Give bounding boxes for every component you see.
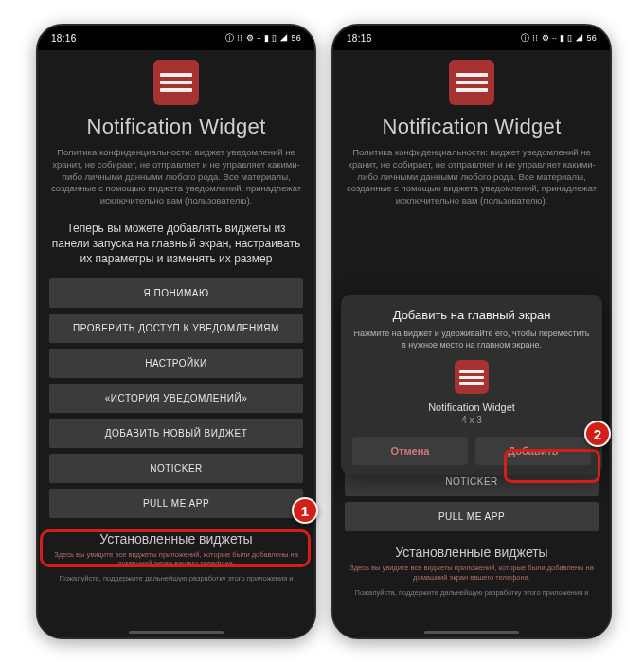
understand-button[interactable]: Я ПОНИМАЮ [49, 278, 303, 308]
home-indicator[interactable] [129, 631, 224, 634]
home-indicator[interactable] [424, 631, 519, 634]
status-time: 18:16 [51, 33, 77, 44]
app-list-icon [449, 60, 494, 105]
dialog-add-button[interactable]: Добавить [475, 437, 591, 465]
dialog-widget-name: Notification Widget [428, 402, 515, 413]
dialog-widget-size: 4 x 3 [461, 415, 482, 425]
app-title: Notification Widget [86, 115, 265, 139]
phone-right: 18:16 ⓘ ⁝⁝ ⚙ ∙∙ ▮ ▯ ◢ 56 Notification Wi… [331, 24, 612, 639]
add-new-widget-button[interactable]: ДОБАВИТЬ НОВЫЙ ВИДЖЕТ [49, 419, 303, 448]
installed-widgets-title: Установленные виджеты [99, 531, 252, 547]
add-widget-dialog: Добавить на главный экран Нажмите на вид… [341, 295, 602, 475]
privacy-policy-text: Политика конфиденциальности: виджет увед… [345, 147, 599, 207]
noticker-button[interactable]: NOTICKER [49, 454, 303, 483]
installed-widgets-title: Установленные виджеты [395, 545, 547, 560]
widget-hint-text: Теперь вы можете добавлять виджеты из па… [49, 221, 303, 267]
step-badge-1: 1 [292, 497, 318, 524]
widget-preview-icon[interactable] [455, 360, 489, 394]
step-badge-2: 2 [584, 421, 611, 447]
status-bar: 18:16 ⓘ ⁝⁝ ⚙ ∙∙ ▮ ▯ ◢ 56 [333, 26, 610, 50]
installed-widgets-note: Здесь вы увидите все виджеты приложений,… [49, 550, 303, 569]
history-button[interactable]: «ИСТОРИЯ УВЕДОМЛЕНИЙ» [49, 384, 303, 413]
privacy-policy-text: Политика конфиденциальности: виджет увед… [49, 147, 303, 207]
app-list-icon [153, 60, 199, 105]
dialog-actions: Отмена Добавить [352, 437, 591, 465]
support-note: Пожалуйста, поддержите дальнейшую разраб… [354, 588, 588, 597]
pull-me-app-button[interactable]: PULL ME APP [345, 502, 599, 531]
support-note: Пожалуйста, поддержите дальнейшую разраб… [59, 574, 293, 582]
app-title: Notification Widget [382, 115, 561, 139]
dialog-title: Добавить на главный экран [393, 308, 551, 322]
pull-me-app-button[interactable]: PULL ME APP [49, 489, 303, 518]
screen-right: Notification Widget Политика конфиденциа… [333, 50, 610, 637]
status-bar: 18:16 ⓘ ⁝⁝ ⚙ ∙∙ ▮ ▯ ◢ 56 [38, 26, 314, 50]
check-access-button[interactable]: ПРОВЕРИТЬ ДОСТУП К УВЕДОМЛЕНИЯМ [49, 314, 303, 343]
dialog-cancel-button[interactable]: Отмена [352, 437, 468, 465]
installed-widgets-note: Здесь вы увидите все виджеты приложений,… [345, 564, 599, 582]
phone-left: 18:16 ⓘ ⁝⁝ ⚙ ∙∙ ▮ ▯ ◢ 56 Notification Wi… [36, 24, 316, 639]
dialog-subtitle: Нажмите на виджет и удерживайте его, что… [352, 328, 591, 350]
status-indicators: ⓘ ⁝⁝ ⚙ ∙∙ ▮ ▯ ◢ 56 [521, 32, 597, 45]
status-time: 18:16 [347, 33, 372, 44]
settings-button[interactable]: НАСТРОЙКИ [49, 349, 303, 378]
status-indicators: ⓘ ⁝⁝ ⚙ ∙∙ ▮ ▯ ◢ 56 [225, 32, 301, 45]
button-stack: Я ПОНИМАЮ ПРОВЕРИТЬ ДОСТУП К УВЕДОМЛЕНИЯ… [49, 278, 303, 518]
screen-left: Notification Widget Политика конфиденциа… [38, 50, 314, 637]
